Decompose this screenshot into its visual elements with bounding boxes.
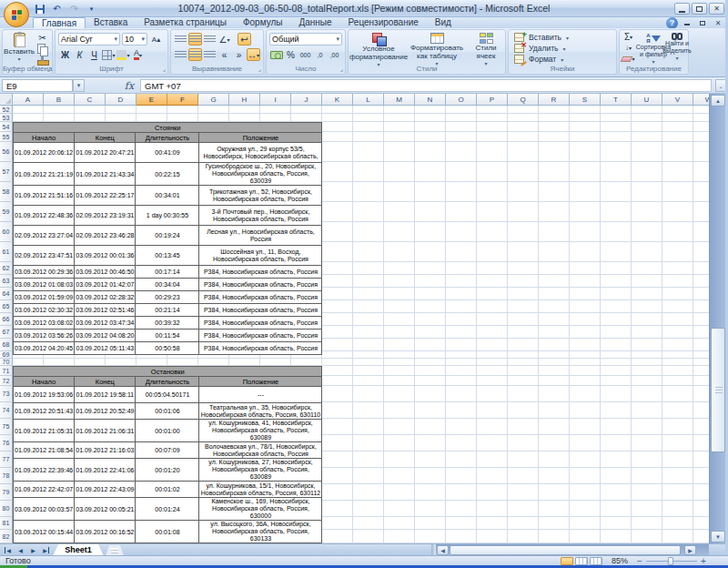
autosum-button[interactable]: Σ▾ <box>622 32 635 42</box>
insert-function-button[interactable]: fx <box>120 79 138 92</box>
table-cell[interactable]: 01.09.2012 21:51:16 <box>14 186 75 206</box>
table-cell[interactable]: 00:01:08 <box>136 521 199 543</box>
row-header-67[interactable]: 67 <box>0 326 13 339</box>
table-cell[interactable]: Волочаевская ул., 78/1, Новосибирск, Нов… <box>199 442 322 459</box>
zoom-slider-thumb[interactable] <box>668 557 673 565</box>
table-cell[interactable]: 01.09.2012 20:52:49 <box>75 403 136 420</box>
find-select-button[interactable]: Найти и выделить ▾ <box>665 33 689 62</box>
table-cell[interactable]: 00:29:23 <box>136 291 199 304</box>
accounting-format-button[interactable] <box>269 48 283 61</box>
row-header-71[interactable]: 71 <box>0 366 13 376</box>
table-cell[interactable]: 03.09.2012 01:42:07 <box>75 279 136 291</box>
table-cell[interactable]: 01.09.2012 22:42:07 <box>14 482 75 498</box>
row-header-58[interactable]: 58 <box>0 182 13 202</box>
horizontal-scroll-thumb[interactable] <box>450 545 681 555</box>
row-header-61[interactable]: 61 <box>0 242 13 262</box>
paste-button[interactable]: Вставить ▾ <box>5 33 33 64</box>
table-cell[interactable]: 00:19:24 <box>136 226 199 246</box>
prev-sheet-button[interactable]: ◀ <box>15 545 26 555</box>
vertical-scroll-thumb[interactable] <box>711 328 725 452</box>
table-cell[interactable]: 03.09.2012 03:47:34 <box>75 317 136 330</box>
row-header-80[interactable]: 80 <box>0 501 13 517</box>
table-cell[interactable]: ул. Кошурникова, 41, Новосибирск, Новоси… <box>199 420 322 442</box>
table-cell[interactable]: 03.09.2012 00:46:50 <box>75 266 136 279</box>
scroll-down-button[interactable]: ▼ <box>711 531 725 543</box>
table-cell[interactable]: 02.09.2012 23:27:04 <box>14 226 75 246</box>
fill-color-button[interactable]: ▾ <box>116 48 130 61</box>
column-header-A[interactable]: A <box>13 94 44 106</box>
table-cell[interactable]: Театральная ул., 35, Новосибирск, Новоси… <box>199 403 322 420</box>
table-cell[interactable]: 00:50:58 <box>136 342 199 355</box>
row-header-69[interactable]: 69 <box>0 351 13 359</box>
column-header-Q[interactable]: Q <box>508 94 539 106</box>
first-sheet-button[interactable]: ◀ <box>2 545 14 555</box>
column-header-L[interactable]: L <box>353 94 384 106</box>
scroll-left-button[interactable]: ◀ <box>437 545 449 555</box>
table-column-header[interactable]: Начало <box>14 377 75 387</box>
table-cell[interactable]: 03.09.2012 02:28:32 <box>75 291 136 304</box>
copy-button[interactable] <box>35 44 49 55</box>
last-sheet-button[interactable]: ▶ <box>40 545 52 555</box>
table-cell[interactable]: Р384, Новосибирская область, Россия <box>199 330 322 342</box>
workbook-minimize-button[interactable] <box>681 18 693 28</box>
table-cell[interactable]: Р384, Новосибирская область, Россия <box>199 543 322 544</box>
workbook-close-button[interactable]: ✕ <box>712 18 724 28</box>
align-middle-button[interactable] <box>188 33 202 46</box>
align-right-button[interactable] <box>203 48 217 61</box>
normal-view-button[interactable] <box>561 557 573 565</box>
table-cell[interactable]: 01.09.2012 22:48:36 <box>14 206 75 226</box>
page-layout-view-button[interactable] <box>575 557 588 565</box>
row-header-66[interactable]: 66 <box>0 313 13 326</box>
table-column-header[interactable]: Положение <box>199 377 322 387</box>
row-header-57[interactable]: 57 <box>0 162 13 182</box>
dialog-launcher-icon[interactable]: ⌟ <box>47 66 50 73</box>
row-header-82[interactable]: 82 <box>0 530 13 543</box>
table-cell[interactable]: 3-й Почтовый пер., Новосибирск, Новосиби… <box>199 206 322 226</box>
table-cell[interactable]: 00:01:24 <box>136 498 199 521</box>
close-button[interactable]: ✕ <box>709 3 724 15</box>
clear-button[interactable]: ▾ <box>622 54 635 64</box>
table-cell[interactable]: 03.09.2012 05:11:43 <box>75 342 136 355</box>
column-header-G[interactable]: G <box>198 94 229 106</box>
worksheet-grid[interactable]: ABCDEFGHIJKLMNOPQRSTUVW 5253545556575859… <box>0 94 725 543</box>
tab-Вид[interactable]: Вид <box>427 17 460 28</box>
row-header-76[interactable]: 76 <box>0 435 13 451</box>
table-cell[interactable]: 03.09.2012 01:08:03 <box>14 279 75 291</box>
comma-format-button[interactable]: 000 <box>298 48 312 61</box>
row-header-75[interactable]: 75 <box>0 419 13 435</box>
table-cell[interactable]: 03.09.2012 03:56:26 <box>14 330 75 342</box>
column-header-J[interactable]: J <box>291 94 322 106</box>
table-cell[interactable]: 01.09.2012 21:08:54 <box>14 442 75 459</box>
decrease-indent-button[interactable]: « <box>217 48 231 61</box>
underline-button[interactable]: Ч <box>87 48 101 61</box>
column-header-E[interactable]: E <box>136 94 167 106</box>
table-cell[interactable]: Р384, Новосибирская область, Россия <box>199 279 322 291</box>
table-column-header[interactable]: Конец <box>75 377 136 387</box>
table-cell[interactable]: 03.09.2012 00:03:57 <box>14 498 75 521</box>
column-header-N[interactable]: N <box>415 94 446 106</box>
row-header-53[interactable]: 53 <box>0 114 13 122</box>
table-cell[interactable]: Гусинобродское ш., 20, Новосибирск, Ново… <box>199 163 322 186</box>
workbook-restore-button[interactable] <box>696 18 709 28</box>
tab-Главная[interactable]: Главная <box>33 17 86 28</box>
scroll-up-button[interactable]: ▲ <box>711 95 725 106</box>
number-format-combo[interactable]: Общий▾ <box>269 33 342 46</box>
table-column-header[interactable]: Положение <box>199 133 322 143</box>
page-break-view-button[interactable] <box>590 557 602 565</box>
format-cells-button[interactable]: Формат▾ <box>514 55 569 64</box>
table-cell[interactable]: Шоссейная ул., 11, Восход, Новосибирская… <box>199 246 322 266</box>
table-cell[interactable]: 01.09.2012 20:06:12 <box>14 143 75 163</box>
column-header-U[interactable]: U <box>632 94 662 106</box>
table-cell[interactable]: 03.09.2012 00:49:31 <box>14 543 75 544</box>
font-size-combo[interactable]: 10▾ <box>122 33 147 46</box>
table-cell[interactable]: 00:34:01 <box>136 186 199 206</box>
row-header-72[interactable]: 72 <box>0 376 13 386</box>
table-cell[interactable]: 00:03:02 <box>136 543 199 544</box>
row-header-65[interactable]: 65 <box>0 300 13 313</box>
row-header-60[interactable]: 60 <box>0 222 13 242</box>
table-cell[interactable]: 03.09.2012 02:30:32 <box>14 304 75 317</box>
restore-button[interactable] <box>692 3 707 15</box>
table-cell[interactable]: 01.09.2012 22:25:17 <box>75 186 136 206</box>
column-header-I[interactable]: I <box>260 94 291 106</box>
table-cell[interactable]: ул. Кошурникова, 27, Новосибирск, Новоси… <box>199 459 322 482</box>
